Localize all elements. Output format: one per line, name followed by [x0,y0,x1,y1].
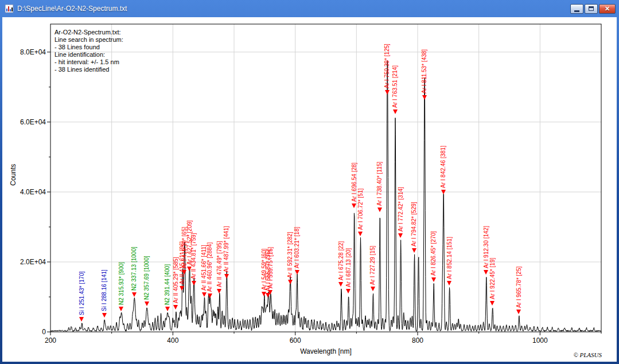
peak-label: Ar I 922.45* [19] [489,257,496,299]
peak-label: Ar I 603.21* [18] [294,227,300,268]
peak-marker-icon [192,281,196,285]
peak-marker-icon [484,270,488,275]
peak-marker-icon [288,280,293,284]
minimize-button[interactable] [570,4,583,14]
peak-marker-icon [377,208,382,212]
peak-label: N2 391.44 [400] [164,264,170,305]
x-axis-label: Wavelength [nm] [50,347,601,355]
info-line: Ar-O2-N2-Spectrum.txt: [54,29,123,36]
peak-label: Ar I 763.51 [214] [392,65,398,108]
app-icon [5,4,14,13]
credit-text: © PLASUS [573,351,602,358]
peak-marker-icon [119,307,123,311]
info-line: Line identification: [54,51,123,58]
peak-label: Ar I 750.39* [125] [384,44,390,88]
peak-label: Ar II 405.29* [585] [173,257,179,303]
peak-label: Si I 251.43* [170] [79,271,85,315]
peak-marker-icon [79,317,84,322]
peak-marker-icon [422,95,427,100]
peak-marker-icon [208,293,212,298]
peak-marker-icon [516,310,521,314]
info-line: - 38 Lines found [54,44,123,51]
plot-area: Ar-O2-N2-Spectrum.txt: Line search in sp… [2,17,617,362]
y-tick-label: 4.0E+04 [11,188,46,196]
y-tick-label: 6.0E+04 [11,118,46,126]
info-line: - 38 Lines identified [54,66,123,73]
peak-label: Ar I 842.46 [381] [440,146,446,188]
x-tick-label: 600 [284,336,307,345]
peak-marker-icon [398,233,403,238]
peak-marker-icon [173,305,178,310]
peak-label: Ar I 727.29 [15] [369,246,376,285]
peak-marker-icon [182,270,186,275]
peak-marker-icon [412,248,416,253]
peak-marker-icon [431,277,436,282]
peak-label: Ar II 434.81* [759] [190,233,197,279]
peak-marker-icon [268,290,272,295]
peak-marker-icon [180,286,184,291]
app-window: D:\SpecLine\Ar-O2-N2-Spectrum.txt ✕ Ar-O… [0,0,619,364]
peak-marker-icon [490,301,495,306]
peak-label: Ar I 706.72* [51] [357,189,364,230]
peak-marker-icon [393,109,398,114]
peak-marker-icon [352,203,356,208]
peak-label: Ar II 487.99* [441] [223,226,229,272]
peak-label: Ar I 912.30 [142] [483,226,489,268]
info-line: - hit interval: +/- 1.5 nm [54,58,123,66]
info-box: Ar-O2-N2-Spectrum.txt: Line search in sp… [54,29,123,73]
close-button[interactable]: ✕ [599,4,616,14]
minimize-icon [574,10,579,12]
peak-label: Ar I 965.78* [25] [516,267,522,308]
peak-label: Si I 288.16 [141] [101,270,107,312]
y-tick-label: 8.0E+04 [11,48,46,56]
peak-marker-icon [132,292,137,297]
x-tick-label: 1000 [528,336,551,345]
peak-marker-icon [295,270,299,275]
peak-label: N2 315.93* [900] [118,262,124,305]
peak-marker-icon [217,289,221,293]
y-tick-label: 0 [11,328,46,336]
peak-label: Ar I 772.42* [314] [398,187,404,232]
peak-marker-icon [358,232,363,236]
x-tick-label: 800 [406,336,429,345]
peak-marker-icon [202,292,207,297]
info-line: Line search in spectrum: [54,36,123,44]
peak-label: Ar I 675.28 [22] [338,241,344,280]
maximize-button[interactable] [585,4,598,14]
peak-marker-icon [145,302,149,306]
peak-label: Ar I 826.45* [270] [430,231,437,276]
peak-marker-icon [165,307,170,311]
peak-marker-icon [338,282,343,287]
peak-marker-icon [447,281,451,285]
peak-label: Ar I 794.82* [529] [411,202,417,246]
peak-label: Ar II 460.96* [2884] [207,242,213,292]
maximize-icon [589,6,594,11]
peak-marker-icon [385,90,390,95]
window-controls: ✕ [570,4,616,14]
peak-label: Ar I 852.14 [151] [446,237,453,279]
peak-label: N2 357.69 [1000] [143,256,150,300]
title-bar[interactable]: D:\SpecLine\Ar-O2-N2-Spectrum.txt ✕ [2,0,617,17]
peak-label: Ar II 592.31* [282] [287,232,293,278]
y-axis-label: Counts [9,164,17,186]
peak-label: Ar I 559.75* [15] [267,247,274,288]
peak-label: Ar I 738.40* [115] [376,161,383,205]
peak-marker-icon [371,287,375,291]
peak-label: N2 337.13 [1000] [131,246,137,291]
window-title: D:\SpecLine\Ar-O2-N2-Spectrum.txt [17,5,127,13]
peak-marker-icon [346,289,351,293]
close-icon: ✕ [605,6,610,12]
peak-label: Ar I 687.13 [20] [345,248,352,287]
peak-label: Ar I 811.53* [438] [421,49,427,93]
peak-label: Ar I 696.54 [28] [351,163,357,202]
x-tick-label: 400 [161,336,184,345]
peak-marker-icon [102,313,107,318]
y-tick-label: 2.0E+04 [11,258,46,266]
x-tick-label: 200 [39,336,62,345]
peak-marker-icon [224,274,229,279]
peak-marker-icon [441,190,446,194]
peak-label: Ar II 476.49* [795] [216,241,223,287]
